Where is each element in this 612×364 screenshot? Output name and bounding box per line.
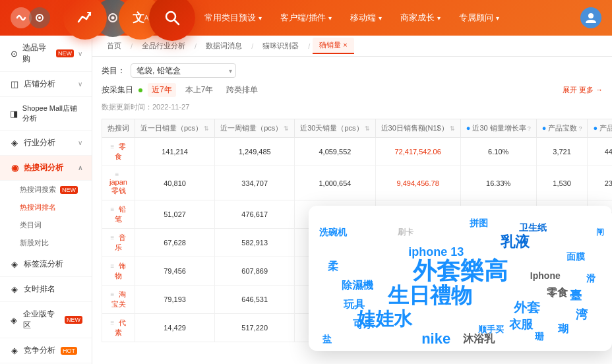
cell-d1: 79,456 [135,257,215,286]
col-d1[interactable]: 近一日销量（pcs）⇅ [135,119,215,138]
nav-item-category[interactable]: 常用类目预设 ▾ [195,8,271,28]
cell-w1: 517,220 [215,314,295,342]
cell-avg-rate: 23.46% [588,166,612,200]
cell-d1: 67,628 [135,229,215,257]
keyword-link[interactable]: japan 零钱 [109,178,127,195]
col-growth: ● 近30 销量增长率? [460,119,536,138]
bubble-search[interactable] [149,0,195,41]
word-cloud-word[interactable]: 沐浴乳 [463,334,495,344]
bubble-trending[interactable] [63,0,107,40]
word-cloud-word[interactable]: 滑 [586,274,596,283]
word-cloud-overlay: 外套樂高生日禮物娃娃水iphone 13乳液除濕機nike沐浴乳衣服玩具外套零食… [309,206,612,351]
date-option-crosscat[interactable]: 跨类排单 [222,83,262,97]
keyword-link[interactable]: 音乐 [115,233,126,251]
word-cloud-word[interactable]: 闸 [596,228,604,236]
word-cloud-word[interactable]: 生日禮物 [388,285,472,306]
nav-item-mobile[interactable]: 移动端 ▾ [341,8,391,28]
nav-menu: 常用类目预设 ▾ 客户端/插件 ▾ 移动端 ▾ 商家成长 ▾ 专属顾问 ▾ [195,8,580,28]
tab-data-word[interactable]: 数据词消息 [199,38,249,53]
cell-keyword: ≡ 代素 [102,314,135,342]
tag-icon: ◈ [9,259,20,269]
cell-w1: 607,869 [215,257,295,286]
sidebar-sub-hot-search-query[interactable]: 热搜词搜索 NEW [0,181,92,198]
cell-growth: 16.33% [460,166,536,200]
word-cloud-word[interactable]: 洗碗机 [319,228,347,237]
word-cloud-word[interactable]: 玩具 [344,299,365,310]
word-cloud-word[interactable]: 刷卡 [398,228,413,236]
shopee-icon: ◨ [9,109,18,119]
word-cloud-word[interactable]: 外套 [514,301,540,314]
chevron-down-icon: ▾ [437,15,441,22]
word-cloud-word[interactable]: 面膜 [566,252,585,261]
store-icon: ◫ [9,79,20,89]
word-cloud-word[interactable]: 可乐 [353,319,374,330]
sidebar-sub-category-word[interactable]: 类目词 [0,216,92,234]
cell-keyword: ≡ 铅笔 [102,200,135,229]
keyword-link[interactable]: 饰物 [115,262,126,280]
sidebar-item-competition[interactable]: ◈ 竞争分析 HOT [0,338,92,363]
drag-icon: ≡ [111,143,115,150]
cell-d30: 4,059,552 [295,138,375,166]
sidebar-sub-new-stock[interactable]: 新股对比 [0,234,92,252]
word-cloud-word[interactable]: 乳液 [501,235,530,249]
keyword-link[interactable]: 代素 [115,318,126,336]
word-cloud-word[interactable]: 柔 [328,261,338,272]
keyword-link[interactable]: 铅笔 [115,205,126,223]
sidebar-item-tag-flow[interactable]: ◈ 标签流分析 [0,252,92,277]
logo-icon-2 [29,7,50,28]
word-cloud-word[interactable]: 外套樂高 [413,259,508,283]
nav-item-client[interactable]: 客户端/插件 ▾ [271,8,341,28]
chevron-down-icon: ▾ [328,15,332,22]
word-cloud-word[interactable]: 瑚 [558,324,568,334]
date-option-7day[interactable]: 近7年 [148,83,176,97]
cell-keyword: ≡ 饰物 [102,257,135,286]
tab-cat-sales[interactable]: 猫销量 × [313,38,353,54]
nav-item-advisor[interactable]: 专属顾问 ▾ [450,8,508,28]
industry-icon: ◈ [9,138,20,148]
word-cloud-word[interactable]: nike [421,332,450,346]
nav-item-merchant[interactable]: 商家成长 ▾ [391,8,450,28]
avatar[interactable] [580,7,601,28]
date-option-thisweek[interactable]: 本上7年 [181,83,218,97]
col-avg-rate: ● 产品均价率? [588,119,612,138]
svg-point-3 [111,16,115,20]
tab-home[interactable]: 首页 [100,38,128,53]
word-cloud-word[interactable]: 臺 [570,289,582,301]
sidebar-item-industry[interactable]: ◈ 行业分析 ∨ [0,131,92,156]
top-navigation: 文A 常用类目预设 ▾ 客户端/插件 ▾ 移动端 ▾ 商家成长 ▾ 专属顾问 ▾ [0,0,612,36]
col-d30[interactable]: 近30天销量（pcs）⇅ [295,119,375,138]
sidebar-item-time-rank[interactable]: ◈ 女时排名 [0,277,92,302]
update-time: 数据更新时间：2022-11-27 [102,102,603,112]
category-select[interactable]: 笔袋, 铅笔盒 [131,63,236,78]
word-cloud-word[interactable]: 除濕機 [342,280,373,291]
enterprise-icon: ◈ [9,315,19,325]
sidebar-item-shopee-mall[interactable]: ◨ Shopee Mall店铺分析 [0,97,92,131]
col-w1[interactable]: 近一周销量（pcs）⇅ [215,119,295,138]
expand-more-button[interactable]: 展开 更多 → [563,85,603,95]
word-cloud-word[interactable]: 衣服 [509,318,533,330]
word-cloud-word[interactable]: Iphone [530,271,561,280]
word-cloud-word[interactable]: 湾 [576,309,588,320]
cell-growth: 6.10% [460,138,536,166]
word-cloud-word[interactable]: 顺手买 [478,325,504,334]
word-cloud-word[interactable]: 卫生纸 [519,223,547,232]
tab-cat-id[interactable]: 猫咪识别器 [256,38,305,53]
cell-w1: 646,531 [215,286,295,314]
tab-industry-analysis[interactable]: 全品行业分析 [135,38,192,53]
sidebar-item-store-analysis[interactable]: ◫ 店铺分析 ∨ [0,72,92,97]
cell-keyword: ≡ japan 零钱 [102,166,135,200]
col-rev30[interactable]: 近30日销售额(N1$）⇅ [375,119,460,138]
word-cloud-word[interactable]: 盐 [322,334,332,344]
word-cloud-word[interactable]: iphone 13 [408,246,464,258]
cell-keyword: ≡ 淘宝关 [102,286,135,314]
sidebar-item-category-nav[interactable]: ⊙ 选品导购 NEW ∨ [0,36,92,72]
sidebar-item-hot-search[interactable]: ◉ 热搜词分析 ∧ [0,156,92,181]
word-cloud-word[interactable]: 拼图 [470,218,488,228]
keyword-link[interactable]: 零食 [115,142,126,160]
word-cloud-word[interactable]: 珊 [535,332,544,341]
time-icon: ◈ [9,284,20,294]
drag-icon: ≡ [111,319,115,326]
sidebar-sub-hot-search-rank[interactable]: 热搜词排名 [0,198,92,216]
sidebar-item-enterprise[interactable]: ◈ 企业版专区 NEW [0,302,92,338]
word-cloud-word[interactable]: 零食 [547,288,568,298]
